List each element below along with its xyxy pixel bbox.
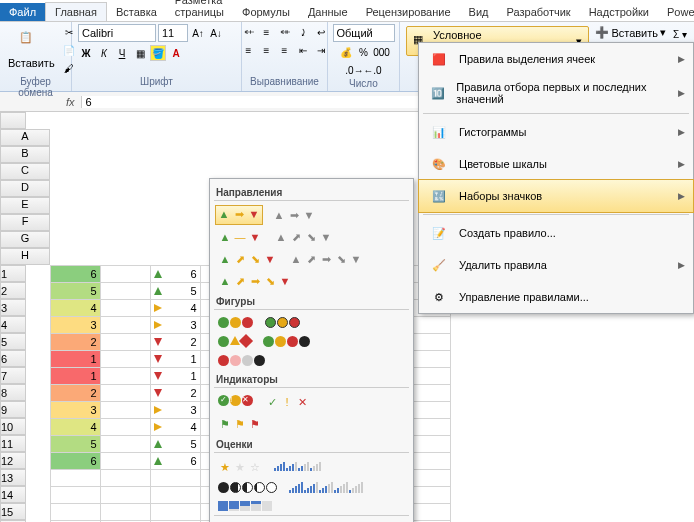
manage-rules-item[interactable]: ⚙ Управление правилами... [419,281,693,313]
orientation-icon[interactable]: ⤸ [295,24,311,40]
cell[interactable]: 2 [50,333,100,350]
top-bottom-rules-item[interactable]: 🔟 Правила отбора первых и последних знач… [419,75,693,111]
cell[interactable] [150,503,200,520]
bold-button[interactable]: Ж [78,45,94,61]
cell[interactable]: 6 [150,265,200,282]
cell[interactable] [150,469,200,486]
comma-icon[interactable]: 000 [374,44,390,60]
cell[interactable]: 6 [50,452,100,469]
fill-color-button[interactable]: 🪣 [150,45,166,61]
cell[interactable]: 2 [50,384,100,401]
cell[interactable]: 4 [150,299,200,316]
tab-file[interactable]: Файл [0,3,45,21]
row-header[interactable]: 2 [0,282,26,299]
cell[interactable] [100,452,150,469]
indent-dec-icon[interactable]: ⇤ [295,42,311,58]
row-header[interactable]: 10 [0,418,26,435]
tab-powerp[interactable]: PowerP [658,3,694,21]
align-center-icon[interactable]: ≡ [259,42,275,58]
tab-insert[interactable]: Вставка [107,3,166,21]
cell[interactable] [100,503,150,520]
icon-sets-item[interactable]: 🔣 Наборы значков ▶ [418,179,694,213]
dec-decimal-icon[interactable]: ←.0 [365,62,381,78]
tab-home[interactable]: Главная [45,2,107,21]
highlight-rules-item[interactable]: 🟥 Правила выделения ячеек ▶ [419,43,693,75]
cell[interactable] [100,265,150,282]
tab-data[interactable]: Данные [299,3,357,21]
percent-icon[interactable]: % [356,44,372,60]
iconset-3arrows-gray[interactable]: ▲➡▼ [270,206,318,224]
cell[interactable] [50,486,100,503]
number-format-select[interactable] [333,24,395,42]
clear-rules-item[interactable]: 🧹 Удалить правила ▶ [419,249,693,281]
currency-icon[interactable]: 💰 [338,44,354,60]
iconset-4arrows-colored[interactable]: ▲⬈⬊▼ [216,250,279,268]
cell[interactable]: 3 [50,316,100,333]
row-header[interactable]: 9 [0,401,26,418]
iconset-3symbols-circled[interactable]: ✓!✕ [216,393,255,411]
cell[interactable] [100,486,150,503]
align-right-icon[interactable]: ≡ [277,42,293,58]
cell[interactable]: 4 [50,299,100,316]
tab-formulas[interactable]: Формулы [233,3,299,21]
col-header[interactable]: D [0,180,50,197]
paste-button[interactable]: 📋 Вставить [6,29,57,71]
iconset-3trafficlights-rimmed[interactable] [263,315,302,330]
iconset-4ratings[interactable] [272,458,323,476]
font-name-select[interactable] [78,24,156,42]
row-header[interactable]: 3 [0,299,26,316]
iconset-redtoblack[interactable] [216,353,267,368]
cell[interactable]: 3 [150,401,200,418]
row-header[interactable]: 5 [0,333,26,350]
cell[interactable] [100,282,150,299]
iconset-3flags[interactable]: ⚑⚑⚑ [216,415,264,433]
insert-cells-button[interactable]: ➕ Вставить ▾ [595,26,666,39]
col-header[interactable]: F [0,214,50,231]
cell[interactable]: 3 [150,316,200,333]
col-header[interactable]: G [0,231,50,248]
cell[interactable]: 1 [150,367,200,384]
cell[interactable] [100,367,150,384]
cell[interactable]: 1 [150,350,200,367]
row-header[interactable]: 11 [0,435,26,452]
row-header[interactable]: 1 [0,265,26,282]
row-header[interactable]: 4 [0,316,26,333]
cell[interactable]: 2 [150,384,200,401]
cell[interactable]: 5 [50,435,100,452]
cell[interactable] [100,401,150,418]
indent-inc-icon[interactable]: ⇥ [313,42,329,58]
cell[interactable]: 6 [150,452,200,469]
color-scales-item[interactable]: 🎨 Цветовые шкалы ▶ [419,148,693,180]
col-header[interactable]: A [0,129,50,146]
cell[interactable]: 2 [150,333,200,350]
row-header[interactable]: 8 [0,384,26,401]
cell[interactable] [50,503,100,520]
cell[interactable] [100,299,150,316]
tab-pagelayout[interactable]: Разметка страницы [166,0,233,21]
cell[interactable]: 5 [150,282,200,299]
tab-view[interactable]: Вид [460,3,498,21]
iconset-5quarters[interactable] [216,480,279,495]
cell[interactable] [150,486,200,503]
tab-developer[interactable]: Разработчик [498,3,580,21]
autosum-icon[interactable]: Σ ▾ [672,26,688,42]
row-header[interactable]: 12 [0,452,26,469]
iconset-5arrows-colored[interactable]: ▲⬈➡⬊▼ [216,272,294,290]
align-bot-icon[interactable]: ⬵ [277,24,293,40]
cell[interactable]: 1 [50,350,100,367]
font-color-button[interactable]: A [168,45,184,61]
grow-font-icon[interactable]: A↑ [190,25,206,41]
cell[interactable]: 5 [50,282,100,299]
cell[interactable] [50,469,100,486]
cell[interactable] [100,316,150,333]
select-all-corner[interactable] [0,112,26,129]
align-top-icon[interactable]: ⬴ [241,24,257,40]
cell[interactable] [100,435,150,452]
row-header[interactable]: 6 [0,350,26,367]
iconset-3signs[interactable] [216,334,253,349]
col-header[interactable]: H [0,248,50,265]
shrink-font-icon[interactable]: A↓ [208,25,224,41]
iconset-3arrows-colored[interactable]: ▲➡▼ [215,205,263,225]
data-bars-item[interactable]: 📊 Гистограммы ▶ [419,116,693,148]
col-header[interactable]: B [0,146,50,163]
